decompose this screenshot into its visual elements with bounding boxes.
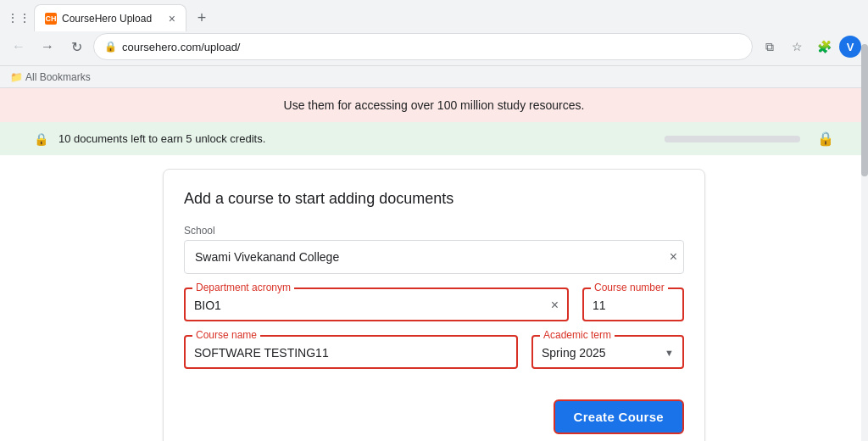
course-name-input[interactable] (194, 342, 508, 364)
school-input-wrapper: × (184, 240, 684, 274)
dept-field-group: Department acronym × (184, 287, 569, 321)
scrollbar-thumb[interactable] (861, 44, 868, 176)
url-text: coursehero.com/upload/ (122, 41, 742, 53)
academic-term-select[interactable]: Spring 2025 Fall 2025 Summer 2025 Winter… (542, 342, 674, 364)
browser-chrome: ⋮⋮ CH CourseHero Upload × + ← → ↻ 🔒 cour… (0, 0, 868, 88)
school-input[interactable] (184, 240, 684, 274)
academic-term-label: Academic term (540, 329, 615, 341)
tab-title: CourseHero Upload (62, 13, 152, 25)
progress-text: 10 documents left to earn 5 unlock credi… (58, 132, 654, 145)
dept-course-row: Department acronym × Course number (184, 287, 684, 335)
action-row: Create Course (184, 399, 684, 434)
pink-banner-text: Use them for accessing over 100 million … (284, 98, 585, 112)
lock-green-icon: 🔒 (34, 132, 48, 146)
green-banner: 🔒 10 documents left to earn 5 unlock cre… (0, 122, 868, 155)
dept-clear-button[interactable]: × (551, 298, 559, 313)
create-course-button[interactable]: Create Course (554, 399, 684, 434)
tab-bar: ⋮⋮ CH CourseHero Upload × + (0, 0, 868, 31)
reload-button[interactable]: ↻ (64, 35, 88, 59)
forward-button[interactable]: → (36, 35, 59, 59)
back-button[interactable]: ← (7, 35, 31, 59)
extensions-icon[interactable]: ⧉ (758, 35, 782, 59)
scrollbar[interactable] (861, 0, 868, 441)
browser-tab[interactable]: CH CourseHero Upload × (34, 4, 186, 31)
course-num-highlighted-wrapper: Course number (582, 287, 684, 321)
bookmarks-folder-icon: 📁 (10, 71, 23, 83)
page-content: Use them for accessing over 100 million … (0, 88, 868, 441)
form-title: Add a course to start adding documents (184, 190, 684, 208)
lock-right-icon: 🔒 (817, 131, 834, 147)
dept-highlighted-wrapper: Department acronym × (184, 287, 569, 321)
bookmark-star-icon[interactable]: ☆ (785, 35, 809, 59)
school-field-group: School × (184, 225, 684, 274)
course-name-highlighted-wrapper: Course name (184, 335, 518, 369)
progress-bar (665, 136, 800, 142)
academic-term-highlighted-wrapper: Academic term Spring 2025 Fall 2025 Summ… (531, 335, 684, 369)
academic-term-select-wrapper: Spring 2025 Fall 2025 Summer 2025 Winter… (542, 342, 674, 364)
puzzle-icon[interactable]: 🧩 (812, 35, 836, 59)
dept-input[interactable] (194, 294, 551, 316)
school-clear-button[interactable]: × (670, 249, 677, 265)
tab-grid-icon[interactable]: ⋮⋮ (7, 6, 31, 30)
dept-input-row: × (194, 294, 559, 316)
progress-bar-fill (665, 136, 719, 142)
academic-term-field-group: Academic term Spring 2025 Fall 2025 Summ… (531, 335, 684, 369)
new-tab-button[interactable]: + (190, 6, 214, 30)
tab-close-button[interactable]: × (169, 12, 175, 25)
tab-favicon: CH (45, 13, 57, 25)
course-name-label: Course name (192, 329, 260, 341)
course-form-card: Add a course to start adding documents S… (163, 169, 705, 441)
pink-banner: Use them for accessing over 100 million … (0, 88, 868, 122)
address-bar[interactable]: 🔒 coursehero.com/upload/ (93, 33, 753, 60)
profile-button[interactable]: V (839, 36, 861, 58)
course-num-label: Course number (591, 282, 668, 293)
course-num-field-group: Course number (582, 287, 684, 321)
address-bar-row: ← → ↻ 🔒 coursehero.com/upload/ ⧉ ☆ 🧩 V (0, 31, 868, 65)
bookmarks-label: All Bookmarks (25, 71, 91, 83)
dept-label: Department acronym (192, 282, 294, 293)
all-bookmarks-item[interactable]: 📁 All Bookmarks (7, 70, 94, 85)
security-icon: 🔒 (104, 41, 117, 53)
course-name-field-group: Course name (184, 335, 518, 369)
school-label: School (184, 225, 684, 237)
browser-toolbar-icons: ⧉ ☆ 🧩 V (758, 35, 861, 59)
course-num-input[interactable] (593, 294, 674, 316)
bookmarks-bar: 📁 All Bookmarks (0, 65, 868, 87)
course-name-term-row: Course name Academic term Spring 2025 Fa… (184, 335, 684, 382)
